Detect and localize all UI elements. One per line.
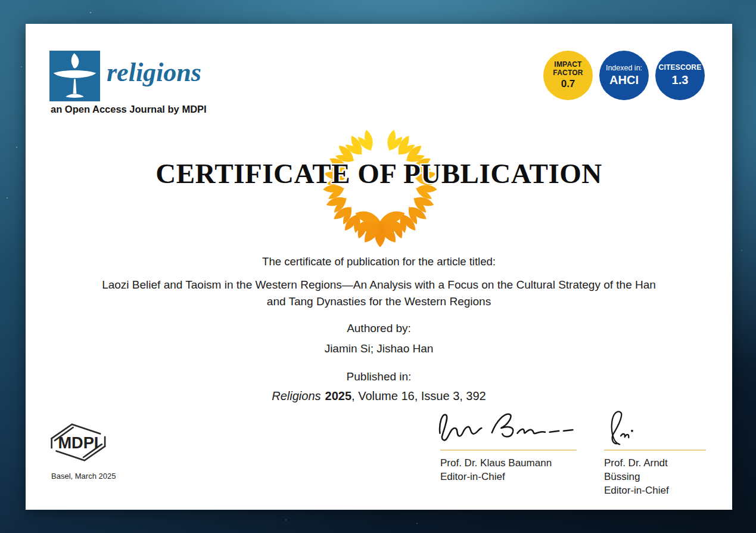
authors: Jiamin Si; Jishao Han — [26, 342, 732, 355]
impact-label-line1: IMPACT — [554, 61, 581, 69]
citescore-value: 1.3 — [672, 73, 689, 87]
journal-tagline: an Open Access Journal by MDPI — [51, 104, 207, 115]
indexed-label: Indexed in: — [606, 64, 642, 72]
certificate-title: CERTIFICATE OF PUBLICATION — [26, 157, 732, 190]
flaming-chalice-icon — [49, 51, 100, 101]
authored-by-label: Authored by: — [26, 322, 732, 335]
impact-factor-badge: IMPACT FACTOR 0.7 — [543, 51, 593, 100]
article-title: Laozi Belief and Taoism in the Western R… — [99, 277, 659, 310]
signature-line — [604, 450, 706, 451]
signature-block-klaus-baumann: Prof. Dr. Klaus Baumann Editor-in-Chief — [440, 409, 577, 484]
mdpi-logo: MDPI — [46, 417, 114, 467]
mdpi-logo-text: MDPI — [58, 433, 98, 452]
signatory-name: Prof. Dr. Klaus Baumann — [440, 456, 577, 470]
impact-label-line2: FACTOR — [553, 69, 583, 78]
journal-name: religions — [107, 60, 201, 86]
citescore-label: CITESCORE — [659, 64, 702, 72]
signature-block-arndt-buessing: Prof. Dr. Arndt Büssing Editor-in-Chief — [604, 409, 706, 497]
signatory-role: Editor-in-Chief — [440, 470, 577, 484]
signature-line — [440, 450, 577, 451]
intro-line: The certificate of publication for the a… — [26, 255, 732, 268]
indexed-value: AHCI — [609, 73, 639, 87]
journal-logo — [49, 51, 100, 101]
publication-line: Religions2025, Volume 16, Issue 3, 392 — [26, 389, 732, 403]
impact-value: 0.7 — [561, 78, 575, 90]
signatory-name: Prof. Dr. Arndt Büssing — [604, 456, 706, 484]
publication-year: 2025 — [325, 389, 352, 402]
place-date: Basel, March 2025 — [51, 472, 116, 481]
published-in-label: Published in: — [26, 370, 732, 383]
citescore-badge: CITESCORE 1.3 — [655, 51, 705, 100]
publication-details: , Volume 16, Issue 3, 392 — [351, 389, 486, 402]
indexed-in-badge: Indexed in: AHCI — [599, 51, 649, 100]
page-background: { "journal": { "name": "religions", "tag… — [0, 0, 756, 533]
signatory-role: Editor-in-Chief — [604, 484, 706, 497]
signature-klaus-baumann-icon — [434, 409, 576, 447]
signature-arndt-buessing-icon — [602, 409, 641, 447]
publication-journal: Religions — [272, 389, 321, 402]
certificate: religions an Open Access Journal by MDPI… — [26, 24, 732, 510]
